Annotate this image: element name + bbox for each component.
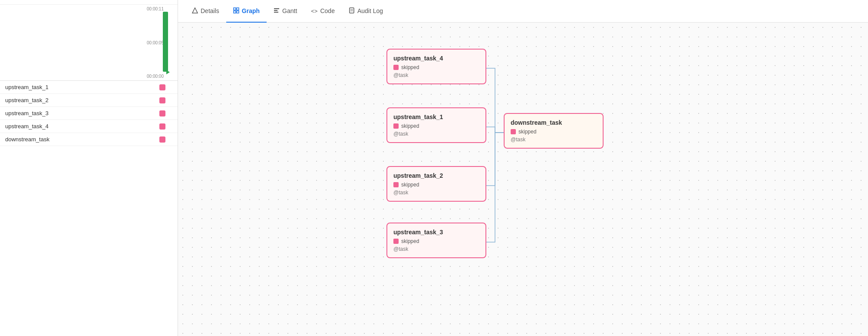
node-status-dot: [511, 129, 516, 134]
task-status-dot: [159, 97, 165, 103]
node-status: skipped: [393, 123, 479, 129]
tick-label: 00:00:05: [147, 40, 164, 45]
tab-details-label: Details: [201, 7, 219, 14]
node-status-dot: [393, 182, 399, 187]
node-status-label: skipped: [518, 129, 536, 135]
node-upstream_task_3[interactable]: upstream_task_3 skipped @task: [386, 223, 486, 258]
right-panel: DetailsGraphGantt<>CodeAudit Log upstrea…: [178, 0, 868, 336]
tab-code[interactable]: <>Code: [304, 0, 342, 23]
node-title: upstream_task_4: [393, 55, 479, 62]
duration-header: [0, 0, 178, 5]
node-status-dot: [393, 123, 399, 129]
node-status: skipped: [393, 238, 479, 244]
connection-upstream_task_2-downstream_task: [486, 133, 504, 186]
play-indicator: [166, 70, 170, 74]
node-title: upstream_task_3: [393, 229, 479, 236]
connection-upstream_task_1-downstream_task: [486, 127, 504, 133]
node-type: @task: [511, 136, 597, 143]
graph-canvas[interactable]: upstream_task_4 skipped @task upstream_t…: [178, 23, 868, 336]
node-status: skipped: [511, 129, 597, 135]
task-name: upstream_task_3: [5, 110, 49, 116]
node-status-label: skipped: [401, 182, 419, 188]
task-status-dot: [159, 136, 165, 143]
tab-details[interactable]: Details: [185, 0, 226, 23]
tick-label: 00:00:00: [147, 74, 164, 79]
tab-audit-log[interactable]: Audit Log: [342, 0, 390, 23]
task-row[interactable]: upstream_task_3: [0, 107, 178, 120]
task-row[interactable]: upstream_task_4: [0, 120, 178, 133]
duration-bar: [163, 12, 168, 72]
svg-rect-1: [237, 8, 239, 10]
audit-log-icon: [349, 7, 355, 15]
node-status-label: skipped: [401, 123, 419, 129]
graph-icon: [233, 7, 239, 15]
gantt-icon: [274, 7, 280, 15]
task-row[interactable]: upstream_task_1: [0, 81, 178, 94]
tab-code-label: Code: [320, 7, 334, 14]
node-status-label: skipped: [401, 64, 419, 70]
task-name: upstream_task_4: [5, 123, 49, 130]
node-downstream_task[interactable]: downstream_task skipped @task: [504, 113, 604, 149]
node-upstream_task_4[interactable]: upstream_task_4 skipped @task: [386, 49, 486, 84]
connection-upstream_task_3-downstream_task: [486, 133, 504, 242]
task-status-dot: [159, 123, 165, 130]
node-type: @task: [393, 131, 479, 137]
task-status-dot: [159, 84, 165, 90]
tab-gantt-label: Gantt: [282, 7, 297, 14]
tab-gantt[interactable]: Gantt: [267, 0, 304, 23]
connection-upstream_task_4-downstream_task: [486, 68, 504, 133]
node-status-dot: [393, 65, 399, 70]
details-icon: [192, 7, 198, 15]
task-row[interactable]: upstream_task_2: [0, 94, 178, 107]
task-list: upstream_task_1upstream_task_2upstream_t…: [0, 81, 178, 336]
task-name: upstream_task_1: [5, 84, 49, 90]
node-upstream_task_2[interactable]: upstream_task_2 skipped @task: [386, 166, 486, 202]
task-name: upstream_task_2: [5, 97, 49, 103]
node-type: @task: [393, 190, 479, 196]
timeline-area: 00:00:1100:00:0500:00:00: [0, 5, 178, 81]
tick-label: 00:00:11: [147, 7, 164, 11]
left-panel: 00:00:1100:00:0500:00:00 upstream_task_1…: [0, 0, 178, 336]
node-type: @task: [393, 72, 479, 78]
tabs-bar: DetailsGraphGantt<>CodeAudit Log: [178, 0, 868, 23]
node-status-label: skipped: [401, 238, 419, 244]
node-status: skipped: [393, 64, 479, 70]
svg-rect-7: [350, 8, 354, 13]
code-icon: <>: [311, 8, 317, 14]
task-name: downstream_task: [5, 136, 50, 143]
svg-rect-4: [274, 8, 279, 9]
node-type: @task: [393, 246, 479, 252]
tab-graph[interactable]: Graph: [226, 0, 267, 23]
svg-rect-5: [274, 10, 277, 11]
svg-rect-2: [234, 11, 236, 13]
svg-rect-6: [274, 12, 278, 13]
tab-audit-log-label: Audit Log: [357, 7, 383, 14]
task-row[interactable]: downstream_task: [0, 133, 178, 146]
timeline-ticks: 00:00:1100:00:0500:00:00: [147, 5, 164, 80]
graph-inner: upstream_task_4 skipped @task upstream_t…: [178, 23, 699, 318]
node-title: downstream_task: [511, 119, 597, 126]
node-title: upstream_task_2: [393, 172, 479, 179]
tab-graph-label: Graph: [242, 7, 260, 14]
task-status-dot: [159, 110, 165, 116]
node-status: skipped: [393, 182, 479, 188]
node-title: upstream_task_1: [393, 113, 479, 120]
node-status-dot: [393, 239, 399, 244]
svg-rect-3: [237, 11, 239, 13]
node-upstream_task_1[interactable]: upstream_task_1 skipped @task: [386, 107, 486, 143]
svg-rect-0: [234, 8, 236, 10]
